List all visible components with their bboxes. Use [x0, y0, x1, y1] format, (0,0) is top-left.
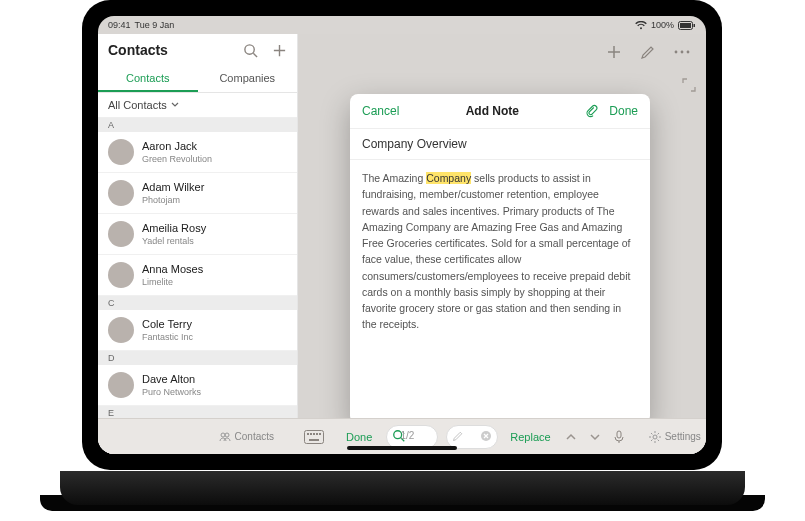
svg-rect-16 — [310, 433, 312, 435]
section-header: D — [98, 351, 297, 365]
kb-done-button[interactable]: Done — [340, 431, 378, 443]
status-time: 09:41 — [108, 20, 131, 30]
battery-icon — [678, 21, 696, 30]
footer-contacts-label: Contacts — [235, 431, 274, 442]
section-header: C — [98, 296, 297, 310]
ipad-frame: 09:41 Tue 9 Jan 100% Contac — [82, 0, 722, 470]
footer-left: Contacts — [98, 418, 288, 454]
avatar — [108, 180, 134, 206]
section-header: A — [98, 118, 297, 132]
modal-title: Add Note — [466, 104, 519, 118]
search-highlight: Company — [426, 172, 471, 184]
svg-point-12 — [221, 433, 225, 437]
contacts-icon — [219, 432, 231, 442]
contact-row[interactable]: Anna MosesLimelite — [98, 255, 297, 296]
search-icon[interactable] — [243, 43, 258, 58]
replace-field-wrap — [446, 425, 498, 449]
avatar — [108, 262, 134, 288]
svg-point-9 — [675, 51, 678, 54]
contact-row[interactable]: Dave AltonPuro Networks — [98, 365, 297, 406]
avatar — [108, 139, 134, 165]
footer-settings-button[interactable]: Settings — [643, 431, 706, 443]
svg-rect-1 — [680, 23, 691, 28]
prev-match-button[interactable] — [563, 431, 579, 443]
add-note-modal: Cancel Add Note Done Company Overview Th… — [350, 94, 650, 424]
pencil-icon[interactable] — [640, 44, 656, 60]
contact-name: Cole Terry — [142, 318, 193, 331]
note-body[interactable]: The Amazing Company sells products to as… — [350, 160, 650, 343]
chevron-down-icon — [171, 101, 179, 109]
pencil-icon — [452, 430, 464, 442]
svg-point-11 — [687, 51, 690, 54]
tab-contacts[interactable]: Contacts — [98, 66, 198, 92]
footer-contacts-button[interactable]: Contacts — [213, 431, 280, 442]
contact-name: Ameilia Rosy — [142, 222, 206, 235]
chevron-down-icon — [589, 431, 601, 443]
wifi-icon — [635, 21, 647, 30]
contact-company: Photojam — [142, 195, 204, 205]
contact-company: Fantastic Inc — [142, 332, 193, 342]
svg-line-4 — [253, 53, 257, 57]
cancel-button[interactable]: Cancel — [362, 104, 399, 118]
contact-row[interactable]: Ameilia RosyYadel rentals — [98, 214, 297, 255]
svg-point-3 — [245, 44, 254, 53]
svg-rect-17 — [313, 433, 315, 435]
svg-rect-2 — [694, 24, 696, 27]
plus-icon[interactable] — [272, 43, 287, 58]
contact-company: Green Revolution — [142, 154, 212, 164]
done-button[interactable]: Done — [609, 104, 638, 118]
contact-company: Limelite — [142, 277, 203, 287]
contact-list[interactable]: AAaron JackGreen RevolutionAdam WilkerPh… — [98, 118, 297, 454]
expand-icon[interactable] — [682, 78, 696, 92]
plus-icon[interactable] — [606, 44, 622, 60]
svg-rect-15 — [307, 433, 309, 435]
next-match-button[interactable] — [587, 431, 603, 443]
status-date: Tue 9 Jan — [135, 20, 175, 30]
sidebar-title: Contacts — [108, 42, 168, 58]
avatar — [108, 221, 134, 247]
paperclip-icon[interactable] — [585, 104, 599, 118]
contact-company: Puro Networks — [142, 387, 201, 397]
filter-label: All Contacts — [108, 99, 167, 111]
contact-name: Anna Moses — [142, 263, 203, 276]
contact-row[interactable]: Adam WilkerPhotojam — [98, 173, 297, 214]
footer-settings-label: Settings — [665, 431, 701, 442]
contact-row[interactable]: Aaron JackGreen Revolution — [98, 132, 297, 173]
contact-company: Yadel rentals — [142, 236, 206, 246]
avatar — [108, 317, 134, 343]
svg-rect-20 — [309, 439, 319, 441]
mic-icon[interactable] — [611, 430, 627, 444]
svg-point-13 — [225, 433, 229, 437]
filter-dropdown[interactable]: All Contacts — [98, 93, 297, 118]
chevron-up-icon — [565, 431, 577, 443]
status-battery-text: 100% — [651, 20, 674, 30]
keyboard-shadow — [40, 495, 765, 511]
keyboard-icon[interactable] — [296, 425, 332, 449]
replace-button[interactable]: Replace — [506, 431, 554, 443]
sidebar-tabs: Contacts Companies — [98, 66, 297, 93]
tab-companies[interactable]: Companies — [198, 66, 298, 92]
note-text-pre: The Amazing — [362, 172, 426, 184]
contact-name: Dave Alton — [142, 373, 201, 386]
svg-rect-24 — [617, 431, 621, 438]
svg-rect-18 — [316, 433, 318, 435]
note-text-post: sells products to assist in fundraising,… — [362, 172, 630, 330]
home-indicator[interactable] — [347, 446, 457, 450]
contact-name: Aaron Jack — [142, 140, 212, 153]
clear-icon[interactable] — [480, 430, 492, 442]
status-bar: 09:41 Tue 9 Jan 100% — [98, 16, 706, 34]
note-subject[interactable]: Company Overview — [350, 129, 650, 160]
contact-row[interactable]: Cole TerryFantastic Inc — [98, 310, 297, 351]
more-icon[interactable] — [674, 50, 690, 54]
avatar — [108, 372, 134, 398]
find-field-wrap: 1/2 — [386, 425, 438, 449]
match-count: 1/2 — [400, 430, 414, 441]
contacts-sidebar: Contacts Contacts Companies — [98, 34, 298, 454]
contact-name: Adam Wilker — [142, 181, 204, 194]
svg-point-25 — [653, 435, 657, 439]
svg-point-10 — [681, 51, 684, 54]
svg-rect-19 — [319, 433, 321, 435]
gear-icon — [649, 431, 661, 443]
svg-rect-14 — [305, 430, 324, 443]
screen: 09:41 Tue 9 Jan 100% Contac — [98, 16, 706, 454]
